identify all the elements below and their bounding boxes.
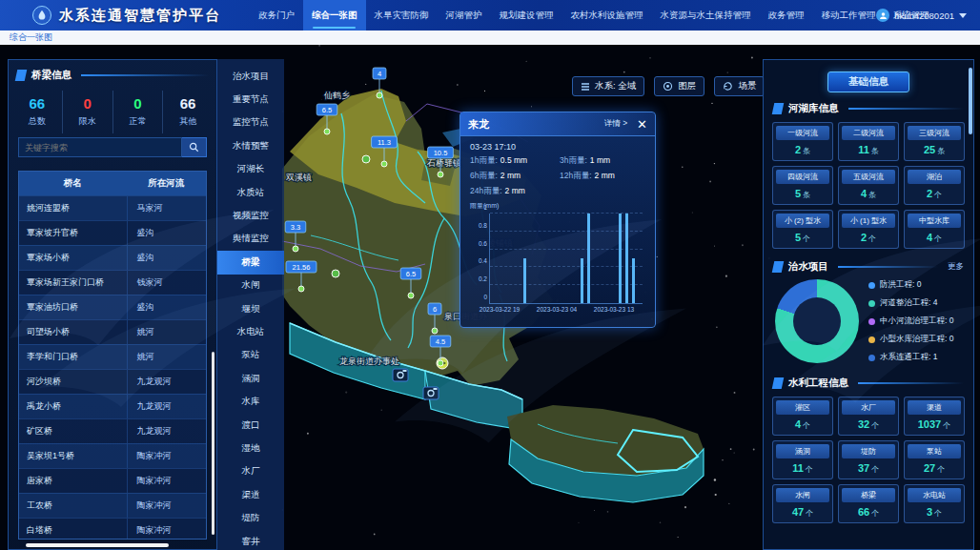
nav-item-政务门户[interactable]: 政务门户 [250, 0, 303, 31]
layer-item-桥梁[interactable]: 桥梁 [217, 251, 284, 274]
layer-item-水电站[interactable]: 水电站 [217, 320, 284, 343]
legend-item[interactable]: 小型水库治理工程: 0 [868, 334, 953, 345]
star [365, 84, 366, 85]
water-system-scope-button[interactable]: 水系: 全域 [572, 76, 644, 96]
bridge-table[interactable]: 桥名 所在河流 姚河连盟桥马家河覃家坡升官桥盛沟覃家场小桥盛沟覃家场新王家门口桥… [18, 171, 207, 540]
river-cell-二级河流[interactable]: 二级河流11条 [838, 122, 899, 161]
layer-item-治水项目[interactable]: 治水项目 [217, 65, 284, 88]
nav-item-规划建设管理[interactable]: 规划建设管理 [491, 0, 562, 31]
table-row[interactable]: 覃家场小桥盛沟 [19, 245, 206, 270]
layer-item-堰坝[interactable]: 堰坝 [217, 297, 284, 320]
user-avatar [876, 9, 889, 22]
layer-item-水情预警[interactable]: 水情预警 [217, 134, 284, 157]
layer-item-涵洞[interactable]: 涵洞 [217, 367, 284, 390]
river-cell-中型水库[interactable]: 中型水库4个 [904, 210, 965, 249]
engineering-cell-泵站[interactable]: 泵站27个 [904, 440, 965, 479]
layer-item-重要节点[interactable]: 重要节点 [217, 88, 284, 111]
scene-button[interactable]: 场景 [714, 76, 765, 96]
nav-item-河湖管护[interactable]: 河湖管护 [438, 0, 491, 31]
legend-item[interactable]: 河道整治工程: 4 [868, 297, 953, 309]
legend-item[interactable]: 防洪工程: 0 [868, 279, 953, 291]
river-cell-五级河流[interactable]: 五级河流4条 [838, 166, 899, 205]
engineering-cell-桥梁[interactable]: 桥梁66个 [838, 484, 899, 523]
nav-item-农村水利设施管理[interactable]: 农村水利设施管理 [562, 0, 652, 31]
water-system-scope-label: 水系: 全域 [595, 80, 636, 92]
user-menu[interactable]: hkub42080201 [876, 0, 967, 31]
nav-item-水旱灾害防御[interactable]: 水旱灾害防御 [366, 0, 438, 31]
x-tick-label: 2023-03-23 04 [537, 306, 577, 313]
right-panel-scrollbar[interactable] [969, 68, 972, 134]
table-row[interactable]: 覃家油坊口桥盛沟 [19, 295, 206, 319]
river-cell-一级河流[interactable]: 一级河流2条 [772, 122, 833, 161]
cell-value: 4个 [908, 228, 961, 245]
table-row[interactable]: 李学和门口桥姚河 [19, 344, 206, 369]
layers-button[interactable]: 图层 [654, 76, 704, 96]
nav-item-水资源与水土保持管理[interactable]: 水资源与水土保持管理 [652, 0, 760, 31]
table-row[interactable]: 唐家桥陶家冲河 [19, 468, 206, 493]
layer-item-渠道[interactable]: 渠道 [217, 483, 284, 506]
bridge-name-cell: 矿区桥 [19, 418, 127, 443]
popup-detail-link[interactable]: 详情 > [604, 118, 627, 130]
nav-item-综合一张图[interactable]: 综合一张图 [303, 0, 366, 31]
table-row[interactable]: 吴家坝1号桥陶家冲河 [19, 443, 206, 468]
layer-item-舆情监控[interactable]: 舆情监控 [217, 228, 284, 251]
search-input[interactable] [18, 137, 182, 157]
engineering-cell-灌区[interactable]: 灌区4个 [772, 397, 833, 436]
legend-dot [868, 318, 875, 325]
engineering-cell-水闸[interactable]: 水闸47个 [772, 484, 833, 523]
station-popup: 来龙 详情 > ✕ 03-23 17:10 1h雨量:0.5 mm3h雨量:1 … [459, 112, 656, 328]
basic-info-tab[interactable]: 基础信息 [827, 71, 909, 92]
engineering-cell-水电站[interactable]: 水电站3个 [904, 484, 965, 523]
engineering-cell-堤防[interactable]: 堤防37个 [838, 440, 899, 479]
breadcrumb[interactable]: 综合一张图 [10, 31, 52, 44]
more-link[interactable]: 更多 [948, 261, 964, 273]
table-row[interactable]: 禹龙小桥九龙观河 [19, 394, 206, 418]
x-tick-label: 2023-03-22 19 [480, 306, 520, 313]
river-cell-小 (1) 型水[interactable]: 小 (1) 型水2个 [838, 210, 899, 249]
close-icon[interactable]: ✕ [637, 118, 647, 131]
nav-item-移动工作管理[interactable]: 移动工作管理 [813, 0, 885, 31]
layer-item-水库[interactable]: 水库 [217, 390, 284, 413]
engineering-cell-水厂[interactable]: 水厂32个 [838, 397, 899, 436]
engineering-cell-渠道[interactable]: 渠道1037个 [904, 397, 965, 436]
table-row[interactable]: 覃家坡升官桥盛沟 [19, 220, 206, 245]
layer-item-水质站[interactable]: 水质站 [217, 181, 284, 204]
basic-info-panel: 基础信息 河湖库信息 一级河流2条二级河流11条三级河流25条四级河流5条五级河… [763, 59, 974, 550]
layer-item-泵站[interactable]: 泵站 [217, 344, 284, 367]
layer-item-视频监控[interactable]: 视频监控 [217, 204, 284, 227]
bridge-name-cell: 司望场小桥 [19, 319, 127, 344]
nav-item-政务管理[interactable]: 政务管理 [760, 0, 813, 31]
engineering-cell-涵洞[interactable]: 涵洞11个 [772, 440, 833, 479]
table-row[interactable]: 白塔桥陶家冲河 [19, 518, 206, 540]
cell-unit: 个 [934, 234, 942, 243]
table-row[interactable]: 姚河连盟桥马家河 [19, 195, 206, 220]
legend-item[interactable]: 中小河流治理工程: 0 [868, 316, 953, 327]
layer-item-渡口[interactable]: 渡口 [217, 414, 284, 437]
layer-item-河湖长[interactable]: 河湖长 [217, 158, 284, 181]
table-row[interactable]: 河沙坝桥九龙观河 [19, 369, 206, 394]
layer-item-堤防[interactable]: 堤防 [217, 506, 284, 529]
star [649, 57, 650, 58]
river-cell-四级河流[interactable]: 四级河流5条 [772, 166, 833, 205]
river-cell-小 (2) 型水[interactable]: 小 (2) 型水5个 [772, 210, 833, 249]
stat-value: 0 [113, 95, 163, 112]
table-row[interactable]: 覃家场新王家门口桥钱家河 [19, 270, 206, 295]
table-row[interactable]: 司望场小桥姚河 [19, 319, 206, 344]
layer-item-水厂[interactable]: 水厂 [217, 460, 284, 483]
layer-item-窨井[interactable]: 窨井 [217, 530, 284, 550]
town-label-仙鹤乡: 仙鹤乡 [323, 91, 350, 100]
layer-item-监控节点[interactable]: 监控节点 [217, 112, 284, 134]
layer-item-湿地[interactable]: 湿地 [217, 437, 284, 459]
river-cell-三级河流[interactable]: 三级河流25条 [904, 122, 965, 161]
search-button[interactable] [182, 137, 207, 157]
river-name-cell: 姚河 [127, 319, 206, 344]
table-row[interactable]: 工农桥陶家冲河 [19, 493, 206, 518]
layer-item-水闸[interactable]: 水闸 [217, 275, 284, 297]
river-cell-湖泊[interactable]: 湖泊2个 [904, 166, 965, 205]
table-row[interactable]: 矿区桥九龙观河 [19, 418, 206, 443]
table-horizontal-scrollbar[interactable] [26, 543, 169, 547]
camera-marker[interactable] [393, 369, 408, 381]
camera-marker[interactable] [423, 387, 439, 399]
legend-item[interactable]: 水系连通工程: 1 [868, 352, 953, 363]
table-vertical-scrollbar[interactable] [212, 352, 214, 535]
